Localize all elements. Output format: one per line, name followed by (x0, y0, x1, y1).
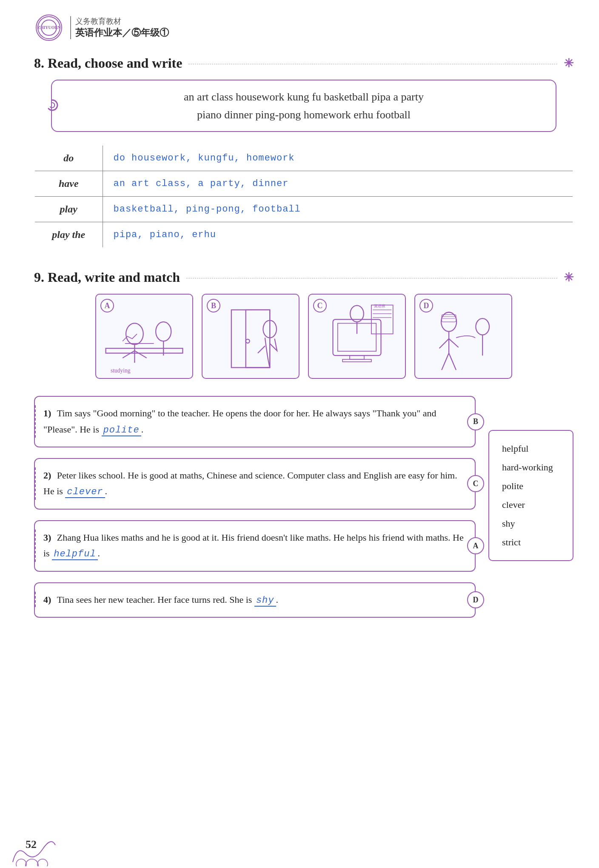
sentence-num-3: 3) (43, 532, 54, 543)
svg-line-28 (439, 339, 449, 349)
table-verb: play (34, 197, 103, 222)
svg-point-38 (26, 859, 38, 866)
svg-point-37 (16, 859, 26, 866)
svg-point-3 (126, 324, 143, 345)
section8-title: Read, choose and write (48, 55, 182, 71)
word-bank-line1: an art class housework kung fu basketbal… (65, 88, 543, 106)
table-row: playbasketball, ping-pong, football (34, 197, 573, 222)
section9-dashes (186, 278, 557, 278)
svg-line-29 (449, 339, 459, 347)
image-box-a: studying A (95, 294, 193, 379)
image-box-b: B (202, 294, 300, 379)
svg-rect-11 (231, 310, 270, 368)
table-row: dodo housework, kungfu, homework (34, 145, 573, 171)
sentence-text-after-1: . (141, 424, 144, 435)
sentence-text-after-2: . (105, 486, 108, 496)
sentences-area: 1) Tim says "Good morning" to the teache… (34, 396, 573, 628)
sentence-text-after-3: . (98, 548, 100, 559)
sentences-col: 1) Tim says "Good morning" to the teache… (34, 396, 476, 628)
sentence-box-3: 3) Zhang Hua likes maths and he is good … (34, 520, 476, 572)
svg-rect-12 (246, 310, 270, 368)
footer-decoration (9, 832, 60, 868)
image-box-c: 英语班 C (308, 294, 406, 379)
section9-title: Read, write and match (48, 269, 180, 285)
image-label-d: D (419, 299, 433, 312)
svg-rect-18 (342, 359, 371, 362)
image-label-c: C (313, 299, 327, 312)
logo: ZHIYUOEN (34, 13, 64, 43)
sentence-answer-4: shy (254, 595, 276, 607)
svg-point-7 (156, 322, 171, 341)
svg-line-6 (134, 351, 146, 358)
word-list-item: strict (502, 533, 560, 552)
sentence-circle-4: D (467, 591, 484, 608)
svg-text:studying: studying (111, 367, 131, 374)
word-bank: an art class housework kung fu basketbal… (51, 80, 556, 132)
sentence-circle-2: C (467, 475, 484, 492)
svg-rect-2 (106, 348, 183, 353)
section8-heading: 8. Read, choose and write ✳ (34, 55, 573, 71)
sentence-answer-2: clever (65, 487, 105, 498)
svg-point-13 (246, 339, 250, 343)
svg-rect-34 (442, 315, 456, 322)
word-list-item: shy (502, 514, 560, 533)
sentence-text-after-4: . (276, 594, 279, 605)
sentence-box-1: 1) Tim says "Good morning" to the teache… (34, 396, 476, 447)
svg-line-31 (449, 353, 456, 370)
svg-line-30 (442, 353, 449, 370)
sentence-box-4: 4) Tina sees her new teacher. Her face t… (34, 582, 476, 618)
word-list-item: clever (502, 496, 560, 514)
word-bank-spiral (43, 97, 60, 115)
image-label-a: A (100, 299, 114, 312)
svg-point-32 (476, 318, 489, 335)
page: ZHIYUOEN 义务教育教材 英语作业本／⑤年级① 8. Read, choo… (0, 0, 599, 868)
section9-num: 9. (34, 269, 44, 285)
table-row: havean art class, a party, dinner (34, 171, 573, 197)
sentence-text-before-4: Tina sees her new teacher. Her face turn… (57, 594, 254, 605)
table-answers: basketball, ping-pong, football (103, 197, 573, 222)
section9-star: ✳ (564, 270, 573, 284)
table-verb: play the (34, 222, 103, 248)
table-answers: do housework, kungfu, homework (103, 145, 573, 171)
table-verb: do (34, 145, 103, 171)
section8-star: ✳ (564, 56, 573, 70)
header-title: 英语作业本／⑤年级① (75, 26, 169, 39)
word-list-item: helpful (502, 439, 560, 458)
sentence-text-before-3: Zhang Hua likes maths and he is good at … (43, 532, 464, 559)
sentence-circle-1: B (467, 413, 484, 430)
svg-line-5 (123, 351, 134, 358)
image-label-b: B (207, 299, 220, 312)
word-list-item: polite (502, 477, 560, 496)
sentence-num-2: 2) (43, 470, 54, 481)
exercise-table: dodo housework, kungfu, homeworkhavean a… (34, 145, 573, 248)
svg-point-39 (37, 859, 48, 866)
table-answers: an art class, a party, dinner (103, 171, 573, 197)
section9-heading: 9. Read, write and match ✳ (34, 269, 573, 285)
sentence-answer-3: helpful (52, 549, 97, 560)
page-header: ZHIYUOEN 义务教育教材 英语作业本／⑤年级① (34, 13, 573, 43)
table-answers: pipa, piano, erhu (103, 222, 573, 248)
svg-text:ZHIYUOEN: ZHIYUOEN (37, 25, 61, 30)
sentence-num-4: 4) (43, 594, 54, 605)
sentence-box-2: 2) Peter likes school. He is good at mat… (34, 458, 476, 510)
header-text: 义务教育教材 英语作业本／⑤年级① (70, 16, 169, 39)
sentence-num-1: 1) (43, 408, 54, 418)
table-row: play thepipa, piano, erhu (34, 222, 573, 248)
svg-text:英语班: 英语班 (374, 304, 385, 308)
word-bank-line2: piano dinner ping-pong homework erhu foo… (65, 106, 543, 124)
table-verb: have (34, 171, 103, 197)
svg-rect-17 (350, 355, 364, 359)
word-list-item: hard-working (502, 458, 560, 477)
section8-dashes (188, 64, 557, 64)
images-row: studying A B 英语班 C D (34, 294, 573, 379)
word-list-box: helpfulhard-workingpoliteclevershystrict (488, 430, 573, 561)
sentence-circle-3: A (467, 537, 484, 554)
header-subtitle: 义务教育教材 (75, 16, 169, 26)
section8-num: 8. (34, 55, 44, 71)
sentence-answer-1: polite (102, 425, 141, 436)
image-box-d: D (414, 294, 512, 379)
